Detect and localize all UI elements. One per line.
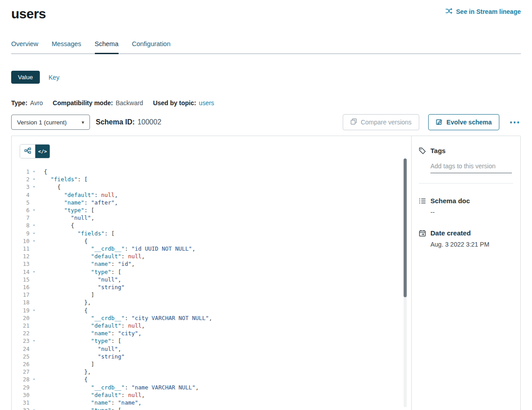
tags-heading: Tags xyxy=(430,147,446,154)
version-select-value: Version 1 (current) xyxy=(17,119,67,126)
editor-scrollbar[interactable] xyxy=(404,158,407,407)
add-tags-input[interactable] xyxy=(430,162,512,173)
fold-spacer xyxy=(30,291,38,299)
line-number: 19 xyxy=(12,307,30,314)
code-text: "fields": [ xyxy=(38,175,88,183)
date-created-heading: Date created xyxy=(430,229,471,237)
version-select[interactable]: Version 1 (current) ▾ xyxy=(11,115,90,130)
code-line: 28▾ { xyxy=(12,376,411,383)
code-text: "type": [ xyxy=(38,268,121,276)
fold-toggle-icon[interactable]: ▾ xyxy=(30,337,38,345)
schema-meta-row: Type: Avro Compatibility mode: Backward … xyxy=(11,99,521,107)
fold-toggle-icon[interactable]: ▾ xyxy=(30,222,38,229)
tab-configuration[interactable]: Configuration xyxy=(132,40,170,53)
line-number: 10 xyxy=(12,237,30,245)
line-number: 16 xyxy=(12,283,30,291)
fold-toggle-icon[interactable]: ▾ xyxy=(30,175,38,183)
code-line: 19▾ { xyxy=(12,307,411,314)
code-line: 12 "default": null, xyxy=(12,252,411,260)
schema-doc-icon xyxy=(419,197,426,205)
code-line: 11 "__crdb__": "id UUID NOT NULL", xyxy=(12,245,411,252)
stream-lineage-link[interactable]: See in Stream lineage xyxy=(445,8,521,16)
code-line: 6▾ "type": [ xyxy=(12,206,411,214)
fold-spacer xyxy=(30,245,38,252)
code-text: ] xyxy=(38,291,94,299)
schema-doc-heading: Schema doc xyxy=(430,197,470,205)
line-number: 20 xyxy=(12,314,30,322)
fold-toggle-icon[interactable]: ▾ xyxy=(30,206,38,214)
line-number: 26 xyxy=(12,360,30,368)
fold-spacer xyxy=(30,199,38,206)
editor-scrollbar-thumb[interactable] xyxy=(404,158,407,297)
line-number: 32 xyxy=(12,406,30,410)
tags-section: Tags xyxy=(419,147,513,184)
code-line: 15 "null", xyxy=(12,276,411,283)
code-text: "fields": [ xyxy=(38,230,115,237)
code-text: "name": "city", xyxy=(38,329,141,337)
schema-sidebar: Tags Schema doc xyxy=(411,136,520,410)
schema-doc-section: Schema doc -- xyxy=(419,197,513,216)
fold-toggle-icon[interactable]: ▾ xyxy=(30,406,38,410)
code-text: "null", xyxy=(38,345,121,353)
code-line: 5 "name": "after", xyxy=(12,199,411,206)
compare-versions-label: Compare versions xyxy=(361,119,412,126)
fold-spacer xyxy=(30,391,38,399)
fold-spacer xyxy=(30,360,38,368)
code-line: 21 "default": null, xyxy=(12,322,411,329)
more-options-button[interactable]: ⋯ xyxy=(508,117,521,128)
code-line: 17 ] xyxy=(12,291,411,299)
compare-versions-button[interactable]: Compare versions xyxy=(343,114,419,130)
line-number: 8 xyxy=(12,222,30,229)
code-text: "null", xyxy=(38,214,94,222)
tree-view-button[interactable] xyxy=(20,145,35,158)
type-label: Type: xyxy=(11,99,27,107)
fold-spacer xyxy=(30,399,38,406)
line-number: 6 xyxy=(12,206,30,214)
fold-toggle-icon[interactable]: ▾ xyxy=(30,168,38,175)
code-text: "null", xyxy=(38,276,121,283)
value-toggle-button[interactable]: Value xyxy=(11,71,40,84)
line-number: 28 xyxy=(12,376,30,383)
line-number: 17 xyxy=(12,291,30,299)
code-text: }, xyxy=(38,368,91,376)
code-line: 1▾{ xyxy=(12,168,411,175)
code-line: 26 ] xyxy=(12,360,411,368)
fold-toggle-icon[interactable]: ▾ xyxy=(30,230,38,237)
code-text: "__crdb__": "city VARCHAR NOT NULL", xyxy=(38,314,212,322)
code-line: 23▾ "type": [ xyxy=(12,337,411,345)
code-text: "__crdb__": "name VARCHAR NULL", xyxy=(38,384,199,391)
code-text: "default": null, xyxy=(38,252,145,260)
fold-toggle-icon[interactable]: ▾ xyxy=(30,183,38,191)
tab-messages[interactable]: Messages xyxy=(51,40,81,53)
chevron-down-icon: ▾ xyxy=(81,120,84,125)
fold-spacer xyxy=(30,299,38,306)
line-number: 12 xyxy=(12,252,30,260)
tab-overview[interactable]: Overview xyxy=(11,40,38,53)
evolve-schema-button[interactable]: Evolve schema xyxy=(428,114,499,130)
code-line: 9▾ "fields": [ xyxy=(12,230,411,237)
schema-panel: </> 1▾{2▾ "fields": [3▾ {4 "default": nu… xyxy=(11,136,521,410)
line-number: 29 xyxy=(12,384,30,391)
code-text: { xyxy=(38,307,88,314)
topic-link[interactable]: users xyxy=(199,99,214,107)
line-number: 11 xyxy=(12,245,30,252)
code-view-button[interactable]: </> xyxy=(35,145,50,158)
fold-spacer xyxy=(30,384,38,391)
code-line: 25 "string" xyxy=(12,353,411,360)
fold-toggle-icon[interactable]: ▾ xyxy=(30,376,38,383)
fold-toggle-icon[interactable]: ▾ xyxy=(30,307,38,314)
tab-schema[interactable]: Schema xyxy=(95,40,119,53)
code-text: { xyxy=(38,168,47,175)
code-text: "type": [ xyxy=(38,206,94,214)
code-line: 3▾ { xyxy=(12,183,411,191)
compatibility-mode-label: Compatibility mode: xyxy=(53,99,113,107)
code-line: 31 "name": "name", xyxy=(12,399,411,406)
fold-toggle-icon[interactable]: ▾ xyxy=(30,237,38,245)
line-number: 1 xyxy=(12,168,30,175)
fold-spacer xyxy=(30,322,38,329)
key-toggle-button[interactable]: Key xyxy=(49,74,60,81)
fold-toggle-icon[interactable]: ▾ xyxy=(30,268,38,276)
code-line: 30 "default": null, xyxy=(12,391,411,399)
calendar-icon xyxy=(419,230,426,237)
code-line: 24 "null", xyxy=(12,345,411,353)
